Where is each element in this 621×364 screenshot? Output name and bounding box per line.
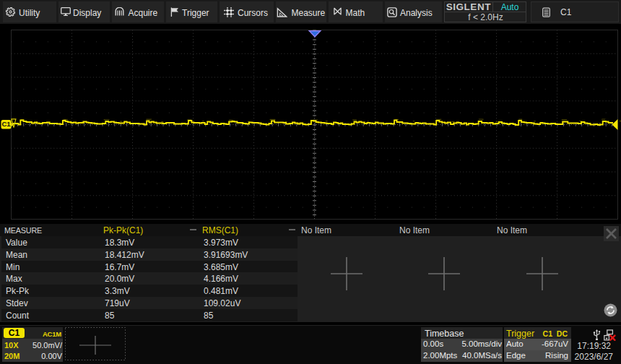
svg-text:C1: C1 bbox=[1, 120, 11, 128]
